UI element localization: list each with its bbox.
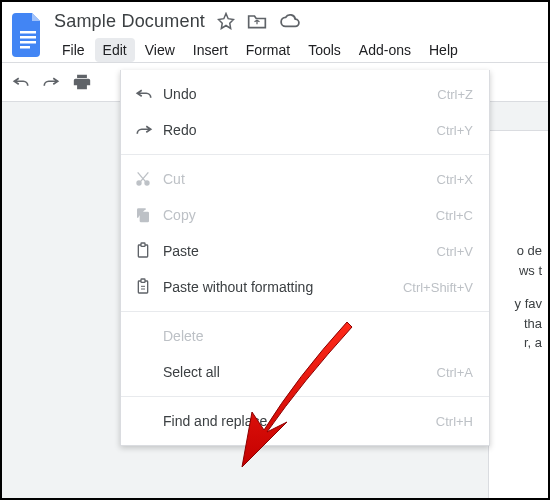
docs-logo-icon[interactable] — [8, 8, 48, 62]
menu-item-find-replace[interactable]: Find and replace Ctrl+H — [121, 403, 489, 439]
menu-item-label: Paste without formatting — [163, 279, 403, 295]
svg-rect-3 — [20, 46, 30, 49]
print-icon[interactable] — [72, 73, 92, 91]
menu-edit[interactable]: Edit — [95, 38, 135, 62]
menu-separator — [121, 396, 489, 397]
menu-help[interactable]: Help — [421, 38, 466, 62]
menu-item-label: Delete — [163, 328, 473, 344]
undo-icon[interactable] — [12, 75, 30, 89]
page-text-fragment: y fav tha r, a — [495, 294, 542, 353]
svg-rect-1 — [20, 36, 36, 39]
cut-icon — [135, 171, 163, 187]
svg-rect-10 — [141, 279, 145, 282]
menu-item-shortcut: Ctrl+V — [437, 244, 473, 259]
cloud-status-icon[interactable] — [279, 13, 301, 29]
copy-icon — [135, 207, 163, 223]
menu-insert[interactable]: Insert — [185, 38, 236, 62]
menu-item-paste-without-formatting[interactable]: Paste without formatting Ctrl+Shift+V — [121, 269, 489, 305]
menu-item-shortcut: Ctrl+Z — [437, 87, 473, 102]
document-title[interactable]: Sample Document — [54, 11, 205, 32]
menu-item-cut: Cut Ctrl+X — [121, 161, 489, 197]
edit-menu-dropdown: Undo Ctrl+Z Redo Ctrl+Y Cut Ctrl+X Copy … — [120, 70, 490, 446]
app-header: Sample Document File Edit View Insert Fo… — [2, 2, 548, 62]
menubar: File Edit View Insert Format Tools Add-o… — [54, 38, 466, 62]
redo-icon[interactable] — [42, 75, 60, 89]
menu-item-shortcut: Ctrl+Y — [437, 123, 473, 138]
star-icon[interactable] — [217, 12, 235, 30]
paste-plain-icon — [135, 278, 163, 296]
menu-item-label: Find and replace — [163, 413, 436, 429]
menu-item-select-all[interactable]: Select all Ctrl+A — [121, 354, 489, 390]
menu-file[interactable]: File — [54, 38, 93, 62]
menu-item-delete: Delete — [121, 318, 489, 354]
menu-addons[interactable]: Add-ons — [351, 38, 419, 62]
svg-rect-2 — [20, 41, 36, 44]
paste-icon — [135, 242, 163, 260]
svg-point-5 — [145, 181, 149, 185]
menu-view[interactable]: View — [137, 38, 183, 62]
svg-rect-0 — [20, 31, 36, 34]
menu-item-redo[interactable]: Redo Ctrl+Y — [121, 112, 489, 148]
menu-item-copy: Copy Ctrl+C — [121, 197, 489, 233]
menu-item-paste[interactable]: Paste Ctrl+V — [121, 233, 489, 269]
svg-rect-6 — [140, 212, 148, 221]
menu-tools[interactable]: Tools — [300, 38, 349, 62]
menu-item-undo[interactable]: Undo Ctrl+Z — [121, 76, 489, 112]
menu-item-label: Cut — [163, 171, 437, 187]
svg-rect-8 — [141, 243, 145, 246]
menu-item-label: Undo — [163, 86, 437, 102]
menu-format[interactable]: Format — [238, 38, 298, 62]
menu-item-shortcut: Ctrl+A — [437, 365, 473, 380]
title-row: Sample Document — [54, 8, 466, 34]
redo-icon — [135, 123, 163, 137]
menu-item-shortcut: Ctrl+C — [436, 208, 473, 223]
menu-separator — [121, 154, 489, 155]
svg-point-4 — [137, 181, 141, 185]
undo-icon — [135, 87, 163, 101]
menu-item-label: Paste — [163, 243, 437, 259]
menu-item-label: Select all — [163, 364, 437, 380]
document-page[interactable]: o de ws t y fav tha r, a — [488, 130, 548, 500]
menu-separator — [121, 311, 489, 312]
menu-item-shortcut: Ctrl+Shift+V — [403, 280, 473, 295]
menu-item-shortcut: Ctrl+H — [436, 414, 473, 429]
menu-item-label: Redo — [163, 122, 437, 138]
page-text-fragment: o de ws t — [495, 241, 542, 280]
menu-item-shortcut: Ctrl+X — [437, 172, 473, 187]
move-folder-icon[interactable] — [247, 12, 267, 30]
menu-item-label: Copy — [163, 207, 436, 223]
